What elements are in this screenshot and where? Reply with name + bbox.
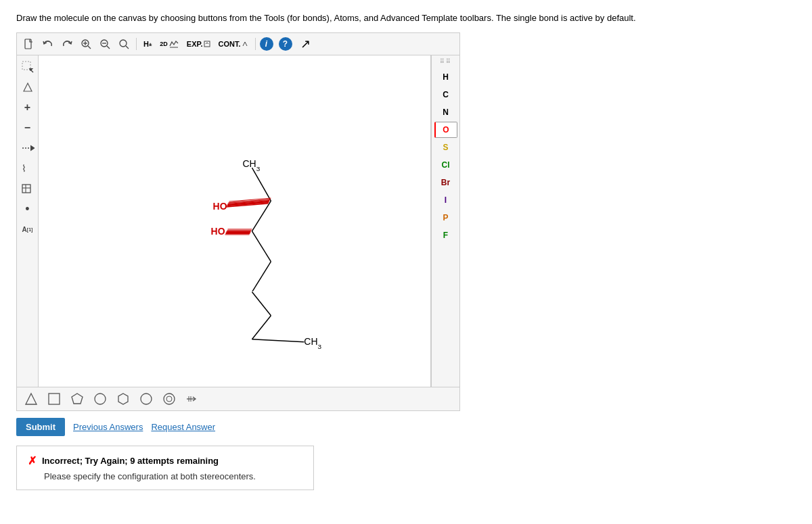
atom-S-button[interactable]: S xyxy=(434,139,457,156)
sep1 xyxy=(136,38,137,50)
circle3-button[interactable] xyxy=(160,390,178,408)
svg-marker-89 xyxy=(118,394,128,404)
svg-text:HO: HO xyxy=(213,201,227,212)
zoom-out-button[interactable] xyxy=(97,36,113,52)
atom-O-button[interactable]: O xyxy=(434,122,457,138)
svg-line-7 xyxy=(107,46,110,49)
undo-button[interactable] xyxy=(40,36,56,52)
atom-H-button[interactable]: H xyxy=(434,69,457,85)
info-button[interactable]: i xyxy=(260,37,273,51)
dot-button[interactable]: • xyxy=(19,200,37,218)
circle-button[interactable] xyxy=(91,390,109,408)
feedback-header: ✗ Incorrect; Try Again; 9 attempts remai… xyxy=(28,454,302,467)
svg-point-91 xyxy=(164,394,175,404)
svg-marker-85 xyxy=(26,394,37,404)
select-button[interactable] xyxy=(19,58,37,76)
square-button[interactable] xyxy=(45,390,63,408)
toolbar-top: H± 2D EXP. CONT. i ? ↗ xyxy=(17,33,459,55)
submit-button[interactable]: Submit xyxy=(16,418,65,436)
feedback-detail: Please specify the configuration at both… xyxy=(28,471,302,481)
svg-point-92 xyxy=(166,396,172,402)
search-button[interactable] xyxy=(116,36,132,52)
svg-point-90 xyxy=(141,394,152,404)
previous-answers-button[interactable]: Previous Answers xyxy=(73,422,143,432)
hexagon-button[interactable] xyxy=(114,390,132,408)
triangle-button[interactable] xyxy=(22,390,40,408)
action-row: Submit Previous Answers Request Answer xyxy=(16,418,796,436)
request-answer-button[interactable]: Request Answer xyxy=(151,422,215,432)
zoom-in-button[interactable] xyxy=(78,36,94,52)
svg-line-9 xyxy=(126,46,129,49)
molecule-editor: H± 2D EXP. CONT. i ? ↗ + xyxy=(16,32,460,411)
redo-button[interactable] xyxy=(59,36,75,52)
cont-button[interactable]: CONT. xyxy=(216,36,251,52)
new-file-button[interactable] xyxy=(21,36,37,52)
svg-marker-87 xyxy=(72,394,83,404)
feedback-icon: ✗ xyxy=(28,454,37,467)
expand-button[interactable]: ↗ xyxy=(298,36,314,52)
feedback-title: Incorrect; Try Again; 9 attempts remaini… xyxy=(42,456,219,466)
atom-Cl-button[interactable]: Cl xyxy=(434,157,457,173)
chain-button[interactable]: ⌇ xyxy=(19,160,37,177)
circle2-button[interactable] xyxy=(137,390,155,408)
atom-F-button[interactable]: F xyxy=(434,227,457,243)
svg-rect-11 xyxy=(204,41,210,47)
svg-text:⌇: ⌇ xyxy=(22,163,26,174)
atom-I-button[interactable]: I xyxy=(434,192,457,208)
svg-rect-15 xyxy=(22,185,30,193)
svg-point-8 xyxy=(120,40,127,47)
svg-rect-86 xyxy=(49,394,60,404)
template-button[interactable] xyxy=(19,180,37,197)
pentagon-button[interactable] xyxy=(68,390,86,408)
atom-P-button[interactable]: P xyxy=(434,210,457,226)
toolbar-right: ⠿⠿ H C N O S Cl Br I P F xyxy=(431,55,459,387)
2d-button[interactable]: 2D xyxy=(157,36,181,52)
toolbar-left: + − ⌇ • A[1] xyxy=(17,55,39,387)
atom-Br-button[interactable]: Br xyxy=(434,174,457,191)
feedback-box: ✗ Incorrect; Try Again; 9 attempts remai… xyxy=(16,446,314,490)
toolbar-bottom xyxy=(17,387,459,410)
svg-rect-80 xyxy=(251,291,386,373)
editor-body: + − ⌇ • A[1] C xyxy=(17,55,459,387)
grid-dots: ⠿⠿ xyxy=(440,58,452,65)
add-atom-button[interactable]: + xyxy=(19,99,37,116)
hydrogen-button[interactable]: H± xyxy=(141,36,154,52)
exp-button[interactable]: EXP. xyxy=(184,36,213,52)
svg-rect-0 xyxy=(25,39,31,49)
sep2 xyxy=(255,38,256,50)
atom-label-button[interactable]: A[1] xyxy=(19,220,37,238)
atom-C-button[interactable]: C xyxy=(434,87,457,103)
single-bond-button[interactable] xyxy=(19,139,37,157)
svg-text:HO: HO xyxy=(211,226,225,237)
remove-button[interactable]: − xyxy=(19,119,37,137)
reaction-button[interactable] xyxy=(183,390,201,408)
instruction-text: Draw the molecule on the canvas by choos… xyxy=(16,12,796,24)
svg-line-4 xyxy=(88,46,91,49)
svg-point-88 xyxy=(95,394,106,404)
atom-N-button[interactable]: N xyxy=(434,104,457,120)
erase-button[interactable] xyxy=(19,78,37,96)
canvas-area[interactable]: CH3 HO HO xyxy=(39,55,431,387)
help-button[interactable]: ? xyxy=(279,37,292,51)
